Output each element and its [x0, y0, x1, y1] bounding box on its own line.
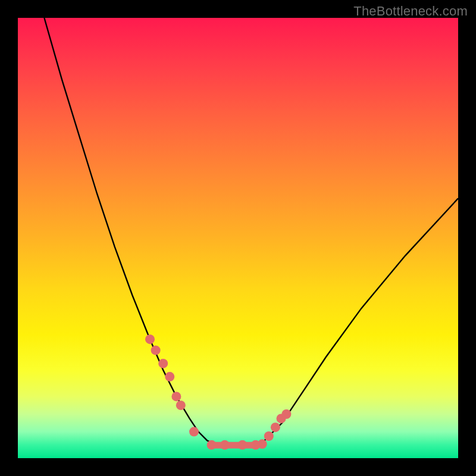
marker-dot [176, 400, 186, 410]
plot-area [18, 18, 458, 458]
chart-frame: TheBottleneck.com [0, 0, 476, 476]
marker-dot [145, 334, 155, 344]
marker-dot [264, 431, 274, 441]
curve-layer [18, 18, 458, 458]
marker-dot [189, 427, 199, 437]
marker-dot [271, 422, 280, 432]
flat-bottom-bar [207, 442, 260, 449]
marker-dot [171, 392, 181, 401]
watermark-text: TheBottleneck.com [353, 4, 468, 19]
marker-dot [158, 359, 168, 368]
bottleneck-curve [44, 18, 458, 445]
marker-dot [151, 346, 161, 355]
marker-dot [165, 372, 174, 381]
highlighted-points [145, 334, 291, 450]
marker-dot [281, 409, 291, 419]
